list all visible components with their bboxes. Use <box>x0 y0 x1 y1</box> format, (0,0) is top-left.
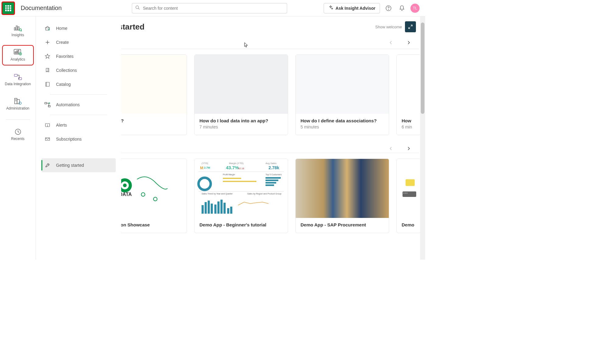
svg-point-22 <box>19 102 21 104</box>
nav-item-subscriptions[interactable]: Subscriptions <box>41 132 116 146</box>
section-divider <box>121 153 419 153</box>
video-card[interactable]: ate an app? <box>121 54 187 135</box>
rail-item-data-integration[interactable]: Data Integration <box>3 70 33 89</box>
nav-item-alerts[interactable]: Alerts <box>41 118 116 132</box>
apps-next-button[interactable] <box>404 144 413 153</box>
video-card[interactable]: How 6 min <box>396 54 421 135</box>
svg-point-48 <box>141 193 145 196</box>
sparkle-icon <box>328 5 333 11</box>
app-thumb-graphic: k TH DATA <box>121 170 171 207</box>
video-duration: 6 min <box>402 124 416 129</box>
scrollbar-thumb[interactable] <box>421 23 424 114</box>
svg-line-8 <box>21 31 22 32</box>
svg-rect-82 <box>403 191 416 197</box>
nav-item-favorites[interactable]: Favorites <box>41 49 116 63</box>
svg-point-3 <box>389 9 389 9</box>
insights-icon <box>14 24 22 32</box>
nav-item-home[interactable]: Home <box>41 21 116 35</box>
videos-prev-button[interactable] <box>387 38 395 47</box>
nav-label: Create <box>56 40 69 45</box>
ask-insight-advisor-button[interactable]: Ask Insight Advisor <box>324 3 380 13</box>
app-card[interactable]: k TH DATA Visualization Showcase <box>121 159 187 233</box>
notifications-button[interactable] <box>397 3 407 13</box>
svg-rect-18 <box>15 98 17 104</box>
svg-rect-4 <box>14 28 16 30</box>
user-avatar[interactable]: TL <box>410 4 420 13</box>
svg-rect-10 <box>15 52 16 53</box>
nav-item-automations[interactable]: Automations <box>41 98 116 112</box>
svg-rect-71 <box>202 205 204 214</box>
nav-divider <box>50 94 107 95</box>
video-card[interactable]: How do I load data into an app? 7 minute… <box>194 54 288 135</box>
analytics-icon <box>14 49 22 56</box>
scrollbar[interactable] <box>420 16 425 260</box>
app-card[interactable]: Demo App - SAP Procurement <box>295 159 389 233</box>
svg-rect-81 <box>406 179 415 186</box>
nav-label: Getting started <box>56 163 84 168</box>
svg-rect-78 <box>223 203 226 214</box>
nav-label: Catalog <box>56 82 71 87</box>
nav-item-getting-started[interactable]: Getting started <box>41 158 116 172</box>
help-button[interactable] <box>384 3 393 13</box>
svg-rect-5 <box>16 26 17 30</box>
app-title: Demo App - SAP Procurement <box>301 222 384 227</box>
app-card[interactable]: (YTD) Margin (YTD) Avg Sales M 2.7M 43.7… <box>194 159 288 233</box>
app-card[interactable]: Demo <box>396 159 421 233</box>
svg-text:M: M <box>200 166 203 170</box>
svg-text:Sales by Region and Product Gr: Sales by Region and Product Group <box>247 193 281 195</box>
chevron-left-icon <box>389 146 393 151</box>
show-welcome-label: Show welcome <box>375 25 402 29</box>
expand-welcome-button[interactable] <box>405 21 416 32</box>
videos-next-button[interactable] <box>404 38 413 47</box>
apps-prev-button[interactable] <box>387 144 395 153</box>
automations-icon <box>44 102 51 108</box>
app-launcher-button[interactable] <box>2 2 15 15</box>
home-icon <box>44 25 51 31</box>
video-title: How <box>402 118 416 123</box>
svg-rect-63 <box>223 181 256 182</box>
svg-point-38 <box>48 164 48 165</box>
mail-icon <box>44 136 51 142</box>
help-icon <box>385 5 392 11</box>
rail-item-recents[interactable]: Recents <box>3 125 33 144</box>
rail-label: Recents <box>11 137 24 141</box>
rail-item-insights[interactable]: Insights <box>3 21 33 40</box>
svg-rect-65 <box>266 180 278 181</box>
main-content: started Show welcome <box>121 0 425 260</box>
svg-text:2.7M: 2.7M <box>204 166 210 169</box>
svg-rect-80 <box>230 207 232 214</box>
svg-rect-67 <box>266 184 274 186</box>
video-title: How do I define data associations? <box>301 118 384 123</box>
alert-icon <box>44 122 51 128</box>
rail-divider <box>6 119 30 120</box>
recents-icon <box>14 128 22 135</box>
svg-point-33 <box>49 103 50 103</box>
rail-label: Administration <box>6 106 29 110</box>
search-icon <box>135 5 140 11</box>
search-box[interactable] <box>132 3 287 13</box>
app-title: Demo App - Beginner's tutorial <box>199 222 283 227</box>
svg-rect-16 <box>14 74 17 76</box>
chevron-right-icon <box>406 146 411 151</box>
bell-icon <box>399 5 405 11</box>
svg-marker-28 <box>45 54 50 58</box>
search-input[interactable] <box>143 6 284 11</box>
svg-text:Avg Sales: Avg Sales <box>266 162 276 165</box>
data-integration-icon <box>14 73 22 81</box>
svg-rect-64 <box>266 177 281 179</box>
nav-item-collections[interactable]: Collections <box>41 63 116 77</box>
app-thumb-graphic <box>399 173 418 204</box>
nav-item-catalog[interactable]: Catalog <box>41 77 116 91</box>
nav-label: Automations <box>56 102 80 107</box>
apps-row: k TH DATA Visualization Showcase <box>121 159 425 233</box>
video-card[interactable]: How do I define data associations? 5 min… <box>295 54 389 135</box>
svg-rect-6 <box>18 27 19 30</box>
svg-text:(YTD): (YTD) <box>202 162 208 165</box>
svg-rect-84 <box>405 193 406 194</box>
nav-item-create[interactable]: Create <box>41 35 116 49</box>
catalog-icon <box>44 81 51 87</box>
bookmark-icon <box>44 67 51 73</box>
rail-item-analytics[interactable]: Analytics <box>3 46 33 65</box>
rail-item-administration[interactable]: Administration <box>3 95 33 114</box>
svg-rect-31 <box>45 103 47 104</box>
